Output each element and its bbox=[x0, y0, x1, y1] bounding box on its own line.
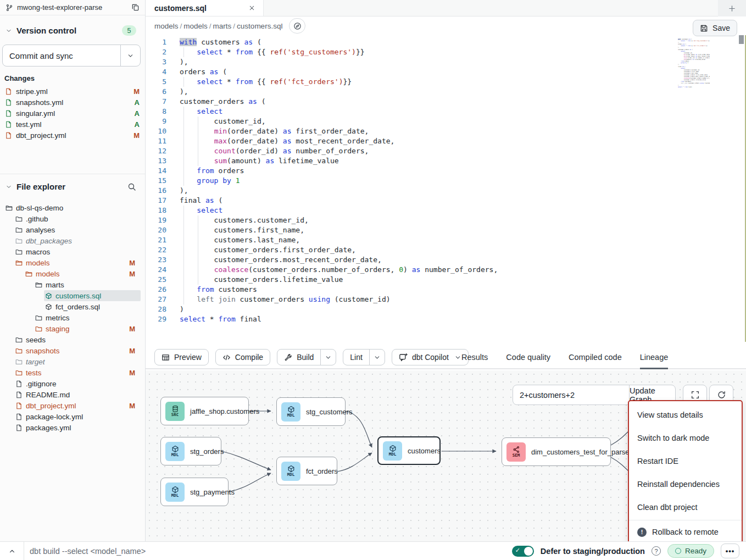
lint-dropdown-button[interactable] bbox=[369, 350, 385, 365]
node-badge-src: SRC bbox=[165, 402, 185, 421]
defer-toggle[interactable]: ✓ bbox=[512, 546, 534, 557]
tab-customers-sql[interactable]: customers.sql bbox=[146, 0, 264, 16]
tree-item-readme-md[interactable]: README.md bbox=[0, 389, 145, 400]
tree-item-seeds[interactable]: seeds bbox=[0, 334, 145, 345]
code-line: 6), bbox=[146, 87, 746, 97]
chevron-up-icon bbox=[8, 547, 16, 555]
command-input[interactable]: dbt build --select <model_name> bbox=[24, 547, 512, 556]
tab-lineage[interactable]: Lineage bbox=[640, 346, 669, 369]
tab-compiled-code[interactable]: Compiled code bbox=[569, 346, 622, 369]
build-button[interactable]: Build bbox=[277, 349, 336, 365]
tree-item-analyses[interactable]: analyses bbox=[0, 224, 145, 235]
version-control-header[interactable]: Version control 5 bbox=[0, 25, 145, 36]
node-badge-mdl: MDL bbox=[383, 441, 402, 461]
chevron-down-icon[interactable] bbox=[5, 27, 12, 34]
status-ready-badge[interactable]: Ready bbox=[667, 544, 714, 558]
defer-label: Defer to staging/production bbox=[541, 547, 645, 556]
lineage-node-stg-orders[interactable]: MDLstg_orders bbox=[160, 437, 221, 465]
tree-item-dbt-packages[interactable]: dbt_packages bbox=[0, 235, 145, 246]
tree-item-packages-yml[interactable]: packages.yml bbox=[0, 422, 145, 433]
tree-item--gitignore[interactable]: .gitignore bbox=[0, 378, 145, 389]
close-icon[interactable] bbox=[248, 4, 255, 12]
line-number: 23 bbox=[146, 255, 166, 265]
chevron-down-icon[interactable] bbox=[5, 184, 12, 190]
lineage-node-jaffle-shop-customers[interactable]: SRCjaffle_shop.customers bbox=[160, 397, 249, 425]
lineage-node-dim-customers-test-for-parse[interactable]: SEMdim_customers_test_for_parse bbox=[502, 437, 611, 466]
search-icon[interactable] bbox=[127, 182, 136, 191]
code-line: 12 count(order_id) as number_of_orders, bbox=[146, 146, 746, 156]
tree-item-staging[interactable]: stagingM bbox=[0, 323, 145, 334]
exclamation-icon: ! bbox=[637, 528, 647, 537]
new-tab-button[interactable] bbox=[718, 0, 746, 16]
code-line: 9 customer_id, bbox=[146, 117, 746, 126]
editor-scrollbar[interactable] bbox=[739, 35, 744, 342]
file-icon bbox=[15, 391, 23, 398]
code-line: 3), bbox=[146, 57, 746, 67]
menu-item-view-status-details[interactable]: View status details bbox=[629, 403, 742, 426]
menu-item-rollback-to-remote[interactable]: !Rollback to remote bbox=[629, 520, 742, 541]
code-editor[interactable]: 1with customers as (2 select * from {{ r… bbox=[146, 35, 746, 342]
lineage-node-fct-orders[interactable]: MDLfct_orders bbox=[276, 457, 337, 485]
change-status: M bbox=[133, 131, 145, 140]
breadcrumb-segment[interactable]: models bbox=[183, 22, 208, 30]
folder-icon bbox=[15, 369, 23, 376]
breadcrumb-segment[interactable]: marts bbox=[213, 22, 232, 30]
tree-item-models[interactable]: modelsM bbox=[0, 257, 145, 268]
commit-and-sync-button[interactable]: Commit and sync bbox=[2, 45, 141, 66]
tree-item-metrics[interactable]: metrics bbox=[0, 312, 145, 323]
tree-item--github[interactable]: .github bbox=[0, 213, 145, 224]
dbt-copilot-button[interactable]: dbt Copilot bbox=[392, 349, 469, 365]
tree-item-target[interactable]: target bbox=[0, 356, 145, 367]
lint-button[interactable]: Lint bbox=[343, 349, 385, 365]
tab-code-quality[interactable]: Code quality bbox=[506, 346, 550, 369]
lineage-node-stg-payments[interactable]: MDLstg_payments bbox=[160, 478, 229, 506]
tree-item-macros[interactable]: macros bbox=[0, 246, 145, 257]
scrollbar-thumb[interactable] bbox=[739, 35, 744, 44]
change-row[interactable]: test.ymlA bbox=[0, 119, 145, 130]
tree-item-customers-sql[interactable]: customers.sql bbox=[0, 290, 145, 301]
file-explorer-header[interactable]: File explorer bbox=[0, 182, 145, 191]
lineage-node-stg-customers[interactable]: MDLstg_customers bbox=[276, 397, 346, 426]
change-row[interactable]: dbt_project.ymlM bbox=[0, 130, 145, 141]
menu-item-switch-to-dark-mode[interactable]: Switch to dark mode bbox=[629, 426, 742, 450]
menu-item-restart-ide[interactable]: Restart IDE bbox=[629, 450, 742, 473]
line-number: 8 bbox=[146, 107, 166, 117]
lineage-node-customers[interactable]: MDLcustomers bbox=[377, 436, 441, 465]
breadcrumb-segment[interactable]: models bbox=[154, 22, 179, 30]
copy-icon[interactable] bbox=[131, 3, 140, 12]
lineage-selector-input[interactable] bbox=[513, 385, 629, 404]
compile-button[interactable]: Compile bbox=[215, 349, 270, 365]
menu-item-clean-dbt-project[interactable]: Clean dbt project bbox=[629, 496, 742, 519]
change-row[interactable]: snapshots.ymlA bbox=[0, 97, 145, 108]
help-icon[interactable]: ? bbox=[652, 546, 661, 556]
explore-lineage-button[interactable] bbox=[289, 18, 305, 34]
tree-item-db-sl-qs-demo[interactable]: db-sl-qs-demo bbox=[0, 202, 145, 213]
tree-item-package-lock-yml[interactable]: package-lock.yml bbox=[0, 411, 145, 422]
tree-item-snapshots[interactable]: snapshotsM bbox=[0, 345, 145, 356]
expand-command-bar-button[interactable] bbox=[0, 542, 24, 560]
tree-item-dbt-project-yml[interactable]: dbt_project.ymlM bbox=[0, 400, 145, 411]
change-row[interactable]: singular.ymlA bbox=[0, 108, 145, 119]
tree-item-fct-orders-sql[interactable]: fct_orders.sql bbox=[0, 301, 145, 312]
line-number: 4 bbox=[146, 67, 166, 77]
save-button[interactable]: Save bbox=[693, 20, 737, 36]
sidebar-divider bbox=[0, 174, 145, 174]
tab-results[interactable]: Results bbox=[461, 346, 488, 369]
more-options-button[interactable]: ••• bbox=[721, 544, 739, 558]
commit-dropdown-button[interactable] bbox=[120, 45, 140, 66]
menu-item-reinstall-dependencies[interactable]: Reinstall dependencies bbox=[629, 473, 742, 496]
editor-minimap[interactable]: with customers as ( select * from {{ ref… bbox=[678, 38, 710, 88]
tree-item-tests[interactable]: testsM bbox=[0, 367, 145, 378]
tree-item-marts[interactable]: marts bbox=[0, 279, 145, 290]
line-number: 25 bbox=[146, 275, 166, 285]
node-badge-label: MDL bbox=[287, 413, 295, 418]
breadcrumb-segment[interactable]: customers.sql bbox=[237, 22, 282, 30]
change-row[interactable]: stripe.ymlM bbox=[0, 86, 145, 97]
preview-button[interactable]: Preview bbox=[154, 349, 209, 365]
node-badge-label: MDL bbox=[287, 473, 295, 477]
refresh-icon bbox=[717, 390, 726, 400]
tree-item-label: fct_orders.sql bbox=[55, 303, 100, 311]
build-dropdown-button[interactable] bbox=[320, 350, 336, 365]
tree-item-models[interactable]: modelsM bbox=[0, 268, 145, 279]
breadcrumb-separator: / bbox=[208, 22, 213, 30]
